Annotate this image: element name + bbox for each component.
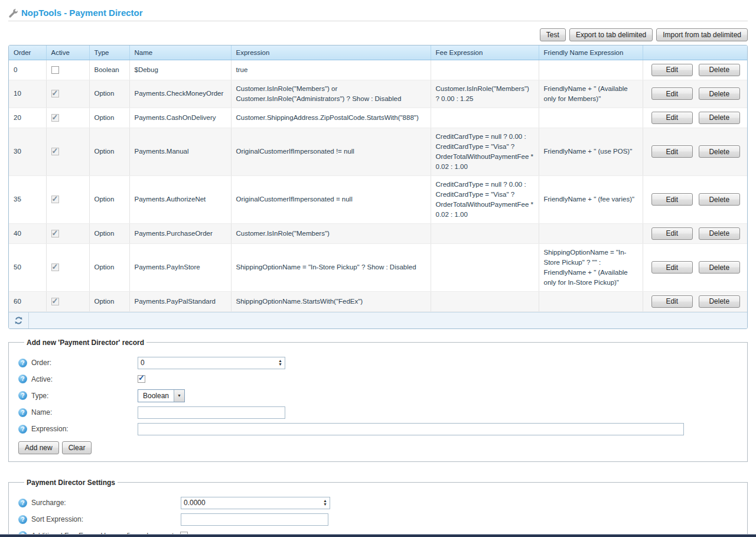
cell-friendly-name-expression	[539, 223, 643, 243]
cell-type: Option	[89, 223, 129, 243]
clear-button[interactable]: Clear	[62, 441, 92, 454]
cell-name: Payments.PurchaseOrder	[129, 223, 231, 243]
cell-order: 40	[9, 223, 46, 243]
cell-expression: true	[231, 60, 431, 80]
cell-order: 20	[9, 108, 46, 128]
expression-label: Expression:	[31, 425, 69, 433]
order-row: Order: ▲ ▼	[18, 357, 739, 369]
settings-fieldset: Payment Director Settings Surcharge: ▲ ▼…	[8, 479, 748, 537]
help-icon[interactable]	[18, 391, 27, 400]
delete-button[interactable]: Delete	[699, 227, 740, 240]
edit-button[interactable]: Edit	[651, 193, 693, 206]
active-checkbox	[51, 230, 59, 237]
cell-expression: ShippingOptionName = "In-Store Pickup" ?…	[231, 243, 431, 291]
cell-order: 50	[9, 243, 46, 291]
help-icon[interactable]	[18, 408, 27, 417]
test-button[interactable]: Test	[540, 28, 566, 41]
cell-name: Payments.CheckMoneyOrder	[129, 80, 231, 108]
delete-button[interactable]: Delete	[699, 64, 740, 76]
table-row: 40 Option Payments.PurchaseOrder Custome…	[9, 223, 748, 243]
edit-button[interactable]: Edit	[651, 87, 693, 100]
help-icon[interactable]	[18, 499, 27, 507]
col-header-name: Name	[129, 45, 231, 60]
grid-footer	[9, 312, 748, 328]
type-label: Type:	[31, 392, 48, 400]
cell-name: Payments.Manual	[129, 128, 231, 175]
table-row: 10 Option Payments.CheckMoneyOrder Custo…	[9, 80, 748, 108]
cell-friendly-name-expression: FriendlyName + " (Available only for Mem…	[539, 80, 643, 108]
cell-name: Payments.PayInStore	[129, 243, 231, 291]
cell-type: Option	[89, 291, 129, 311]
payment-director-page: NopTools - Payment Director Test Export …	[0, 0, 756, 537]
active-checkbox[interactable]	[138, 375, 145, 383]
delete-button[interactable]: Delete	[699, 87, 740, 100]
col-header-friendly-name-expression: Friendly Name Expression	[539, 45, 643, 60]
cell-expression: OriginalCustomerIfImpersonated = null	[231, 175, 431, 223]
edit-button[interactable]: Edit	[651, 64, 693, 76]
active-checkbox	[51, 298, 59, 305]
surcharge-input[interactable]	[181, 497, 330, 509]
table-row: 50 Option Payments.PayInStore ShippingOp…	[9, 243, 748, 291]
payment-director-grid: Order Active Type Name Expression Fee Ex…	[8, 45, 748, 329]
cell-type: Boolean	[89, 60, 129, 80]
cell-friendly-name-expression: FriendlyName + " (fee varies)"	[539, 175, 643, 223]
dropdown-arrow-icon[interactable]	[174, 390, 184, 402]
refresh-button[interactable]	[13, 315, 24, 326]
type-select[interactable]: Boolean	[138, 389, 185, 402]
edit-button[interactable]: Edit	[651, 295, 693, 308]
spinner-down-icon[interactable]: ▼	[323, 503, 327, 506]
help-icon[interactable]	[18, 375, 27, 383]
col-header-active: Active	[46, 45, 89, 60]
edit-button[interactable]: Edit	[651, 227, 693, 240]
expression-input[interactable]	[138, 423, 684, 435]
grid-toolbar: Test Export to tab delimited Import from…	[8, 28, 748, 41]
cell-fee-expression: CreditCardType = null ? 0.00 : CreditCar…	[431, 175, 539, 223]
cell-type: Option	[89, 128, 129, 175]
settings-legend: Payment Director Settings	[24, 479, 118, 487]
delete-button[interactable]: Delete	[699, 295, 740, 308]
edit-button[interactable]: Edit	[651, 261, 693, 274]
sort-expression-input[interactable]	[181, 513, 328, 526]
cell-order: 0	[9, 60, 46, 80]
help-icon[interactable]	[18, 359, 27, 367]
import-tab-delimited-button[interactable]: Import from tab delimited	[656, 28, 748, 41]
sort-expression-row: Sort Expression:	[18, 513, 739, 526]
col-header-expression: Expression	[231, 45, 431, 60]
delete-button[interactable]: Delete	[699, 193, 740, 206]
cell-fee-expression	[431, 108, 539, 128]
table-row: 60 Option Payments.PayPalStandard Shippi…	[9, 291, 748, 311]
active-checkbox	[51, 114, 59, 122]
page-title: NopTools - Payment Director	[21, 8, 143, 18]
order-input[interactable]	[138, 357, 285, 369]
help-icon[interactable]	[18, 515, 27, 524]
cell-expression: ShippingOptionName.StartsWith("FedEx")	[231, 291, 431, 311]
active-row: Active:	[18, 373, 739, 385]
delete-button[interactable]: Delete	[699, 145, 740, 158]
name-label: Name:	[31, 408, 52, 416]
edit-button[interactable]: Edit	[651, 145, 693, 158]
help-icon[interactable]	[18, 425, 27, 434]
cell-order: 30	[9, 128, 46, 175]
delete-button[interactable]: Delete	[699, 112, 740, 124]
cell-fee-expression: Customer.IsInRole("Members") ? 0.00 : 1.…	[431, 80, 539, 108]
export-tab-delimited-button[interactable]: Export to tab delimited	[569, 28, 653, 41]
cell-name: Payments.PayPalStandard	[129, 291, 231, 311]
cell-fee-expression: CreditCardType = null ? 0.00 : CreditCar…	[431, 128, 539, 175]
title-divider	[8, 21, 748, 21]
spinner-down-icon[interactable]: ▼	[278, 363, 282, 366]
cell-expression: Customer.IsInRole("Members")	[231, 223, 431, 243]
active-checkbox[interactable]	[51, 66, 59, 74]
col-header-fee-expression: Fee Expression	[431, 45, 539, 60]
add-new-button[interactable]: Add new	[18, 441, 59, 454]
order-label: Order:	[31, 359, 51, 367]
cell-expression: Customer.IsInRole("Members") or Customer…	[231, 80, 431, 108]
name-input[interactable]	[138, 406, 285, 419]
col-header-type: Type	[89, 45, 129, 60]
table-row: 20 Option Payments.CashOnDelivery Custom…	[9, 108, 748, 128]
cell-fee-expression	[431, 60, 539, 80]
delete-button[interactable]: Delete	[699, 261, 740, 274]
edit-button[interactable]: Edit	[651, 112, 693, 124]
cell-fee-expression	[431, 223, 539, 243]
cell-name: Payments.AuthorizeNet	[129, 175, 231, 223]
grid-header-row: Order Active Type Name Expression Fee Ex…	[9, 45, 748, 60]
